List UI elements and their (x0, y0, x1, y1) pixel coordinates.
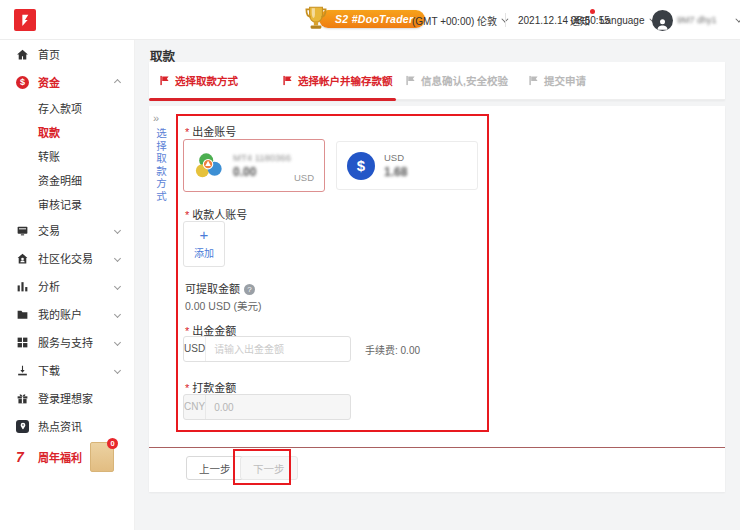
usd-wallet-balance: 1.68 (384, 165, 407, 179)
sidebar-item-funds[interactable]: $ 资金 (0, 68, 134, 96)
chevron-up-icon (114, 78, 121, 85)
mt4-account-currency: USD (294, 172, 314, 183)
competition-badge[interactable]: S2 #DooTrader (303, 4, 425, 34)
sidebar-item-trade[interactable]: 交易 (0, 216, 134, 244)
sidebar-item-transfer[interactable]: 转账 (0, 144, 134, 168)
collapse-hint-label[interactable]: 选择取款方式 (154, 128, 169, 203)
sidebar-item-label: 资金明细 (38, 172, 82, 188)
next-step-button[interactable]: 下一步 (240, 456, 298, 480)
step-submit: 提交申请 (518, 62, 641, 99)
available-amount-value: 0.00 USD (美元) (185, 298, 261, 313)
mt4-account-card[interactable]: MT4 1180366 0.00 USD (183, 139, 325, 192)
add-payee-button[interactable]: + 添加 (183, 221, 225, 267)
chevron-down-icon (114, 254, 121, 261)
payout-amount-input (206, 402, 351, 413)
sidebar-item-label: 周年福利 (38, 449, 82, 465)
flag-icon (528, 75, 539, 86)
active-steps-underline (149, 98, 396, 101)
step-account-amount[interactable]: 选择帐户并输存款额 (272, 62, 395, 99)
sidebar-item-label: 资金 (38, 74, 60, 90)
collapse-toggle[interactable]: » (153, 112, 159, 124)
timezone-selector[interactable]: (GMT +00:00) 伦敦 (412, 0, 506, 40)
sidebar-item-label: 转账 (38, 148, 60, 164)
datetime-label: 2021.12.14 08:50:55 (518, 15, 610, 26)
flag-icon (159, 75, 170, 86)
brand-logo-icon[interactable] (14, 9, 36, 31)
language-label: Language (600, 15, 645, 26)
grid-icon (16, 336, 38, 349)
notification-dot (590, 9, 595, 14)
language-selector[interactable]: Language (600, 0, 654, 40)
sidebar-item-anniversary[interactable]: 7 周年福利 0 (0, 440, 134, 474)
download-icon (16, 364, 38, 377)
sidebar-item-services-support[interactable]: 服务与支持 (0, 328, 134, 356)
sidebar-item-my-account[interactable]: 我的账户 (0, 300, 134, 328)
sidebar-item-community-trade[interactable]: 社区化交易 (0, 244, 134, 272)
required-marker: * (185, 126, 189, 138)
username-label: 9M7 dhy1 (677, 15, 717, 25)
usd-wallet-title: USD (384, 152, 407, 163)
sidebar-item-label: 首页 (38, 46, 60, 62)
avatar (652, 10, 673, 31)
payout-amount-label: *打款金额 (185, 379, 236, 395)
home-icon (16, 48, 38, 61)
chevron-down-icon (114, 338, 121, 345)
flag-icon (282, 75, 293, 86)
sidebar-item-label: 下载 (38, 362, 60, 378)
badge-label: S2 #DooTrader (319, 10, 425, 28)
plus-icon: + (200, 228, 209, 242)
step-confirm-verify: 信息确认,安全校验 (395, 62, 518, 99)
mt4-account-title: MT4 1180366 (233, 152, 291, 163)
step-label: 选择取款方式 (175, 73, 238, 88)
sidebar-item-ideal-home[interactable]: 登录理想家 (0, 384, 134, 412)
steps-bar: 选择取款方式 选择帐户并输存款额 信息确认,安全校验 提交申请 (149, 62, 725, 100)
app-window: S2 #DooTrader (GMT +00:00) 伦敦 2021.12.14… (0, 0, 740, 530)
amount-currency-prefix: USD (184, 337, 206, 361)
sidebar-item-home[interactable]: 首页 (0, 40, 134, 68)
notification-button[interactable]: 通知 (570, 0, 590, 40)
sidebar-item-hot-news[interactable]: 热点资讯 (0, 412, 134, 440)
trade-icon (16, 224, 38, 237)
dollar-icon: $ (16, 76, 38, 89)
sidebar-item-deposit[interactable]: 存入款项 (0, 96, 134, 120)
withdraw-form-panel: » 选择取款方式 *出金账号 MT4 1180366 0.00 USD $ US… (149, 106, 725, 492)
payee-account-label: *收款人账号 (185, 206, 247, 222)
chevron-down-icon (735, 15, 740, 22)
top-header: S2 #DooTrader (GMT +00:00) 伦敦 2021.12.14… (0, 0, 740, 40)
flag-icon (405, 75, 416, 86)
required-marker: * (185, 382, 189, 394)
help-icon[interactable]: ? (244, 284, 255, 295)
user-icon (655, 16, 670, 31)
section-divider (149, 447, 725, 448)
sidebar-item-label: 登录理想家 (38, 390, 93, 406)
add-label: 添加 (194, 245, 214, 260)
step-choose-method[interactable]: 选择取款方式 (149, 62, 272, 99)
user-menu[interactable]: 9M7 dhy1 (652, 0, 740, 40)
chevron-down-icon (114, 282, 121, 289)
sidebar-item-label: 服务与支持 (38, 334, 93, 350)
sidebar-item-fund-details[interactable]: 资金明细 (0, 168, 134, 192)
sidebar-item-analysis[interactable]: 分析 (0, 272, 134, 300)
step-label: 提交申请 (544, 73, 586, 88)
source-account-label: *出金账号 (185, 123, 236, 139)
sidebar-item-download[interactable]: 下载 (0, 356, 134, 384)
sidebar-item-label: 取款 (38, 124, 60, 140)
red-envelope-icon[interactable]: 0 (90, 442, 114, 472)
sidebar-item-label: 社区化交易 (38, 250, 93, 266)
prev-step-button[interactable]: 上一步 (186, 456, 244, 480)
sidebar-item-label: 审核记录 (38, 196, 82, 212)
usd-coin-icon: $ (347, 152, 375, 180)
sidebar-item-label: 我的账户 (38, 306, 82, 322)
server-datetime: 2021.12.14 08:50:55 (518, 0, 610, 40)
bar-chart-icon (16, 280, 38, 293)
step-label: 选择帐户并输存款额 (298, 73, 393, 88)
required-marker: * (185, 209, 189, 221)
withdraw-amount-input[interactable] (206, 344, 351, 355)
sidebar-item-audit-records[interactable]: 审核记录 (0, 192, 134, 216)
chevron-down-icon (114, 310, 121, 317)
available-amount-label: 可提取金额? (185, 280, 255, 296)
news-pin-icon (16, 420, 38, 433)
usd-wallet-card[interactable]: $ USD 1.68 (336, 141, 478, 190)
sidebar-item-withdraw[interactable]: 取款 (0, 120, 134, 144)
sidebar-item-label: 交易 (38, 222, 60, 238)
